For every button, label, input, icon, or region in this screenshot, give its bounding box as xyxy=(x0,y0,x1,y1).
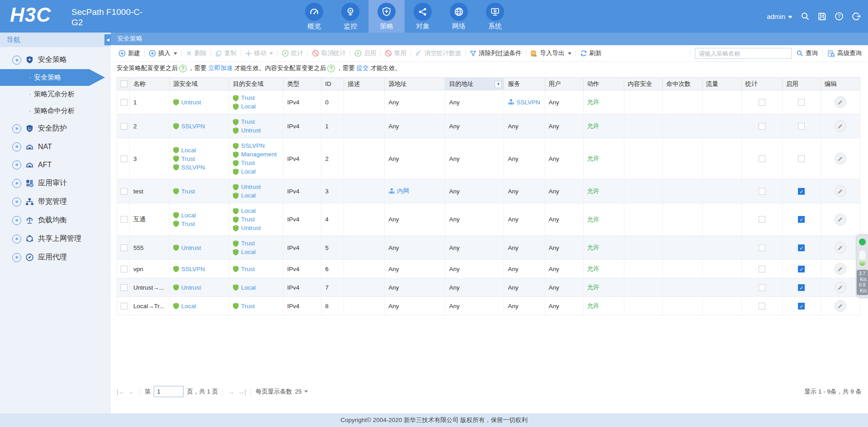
notice-link-立即加速[interactable]: 立即加速 xyxy=(208,64,233,72)
expand-chevron-icon[interactable]: » xyxy=(12,124,21,133)
sidebar-subitem-策略命中分析[interactable]: ·策略命中分析 xyxy=(0,103,111,119)
zone-entry[interactable]: Untrust xyxy=(173,244,225,252)
zone-entry[interactable]: Trust xyxy=(173,155,225,163)
logout-icon[interactable] xyxy=(852,12,861,21)
row-checkbox[interactable] xyxy=(121,155,127,162)
enable-checkbox[interactable]: ✓ xyxy=(798,284,805,291)
advanced-query-button[interactable]: 高级查询 xyxy=(827,49,862,57)
stat-checkbox[interactable] xyxy=(759,99,765,106)
column-header-名称[interactable]: 名称 xyxy=(130,78,170,90)
column-header-源地址[interactable]: 源地址 xyxy=(385,78,445,90)
nav-item-globe[interactable]: 网络 xyxy=(441,0,477,33)
expand-chevron-icon[interactable]: » xyxy=(12,179,21,188)
prev-page-icon[interactable]: ← xyxy=(128,388,135,395)
zone-entry[interactable]: SSLVPN xyxy=(173,265,225,273)
per-page-select[interactable]: 每页显示条数 25 xyxy=(255,388,308,396)
src-address-object[interactable]: 内网 xyxy=(388,187,441,195)
expand-chevron-icon[interactable]: » xyxy=(12,253,21,262)
column-header-服务[interactable]: 服务 xyxy=(504,78,545,90)
row-checkbox[interactable] xyxy=(121,123,127,130)
zone-entry[interactable]: SSLVPN xyxy=(173,122,225,131)
sidebar-subitem-策略冗余分析[interactable]: ·策略冗余分析 xyxy=(0,86,111,103)
nav-item-shield-plus[interactable]: 策略 xyxy=(368,0,405,33)
clear-filter-button[interactable]: 清除列过滤条件 xyxy=(466,49,526,57)
new-button[interactable]: 新建 xyxy=(114,49,144,57)
zone-entry[interactable]: Local xyxy=(233,191,279,200)
column-header-编辑[interactable]: 编辑 xyxy=(821,78,860,90)
enable-checkbox[interactable]: ✓ xyxy=(798,244,805,251)
zone-entry[interactable]: Management xyxy=(233,150,279,159)
edit-button[interactable] xyxy=(835,153,846,164)
stat-checkbox[interactable] xyxy=(759,216,765,223)
tab-security-policy[interactable]: 安全策略 xyxy=(117,35,142,43)
zone-entry[interactable]: Local xyxy=(233,102,279,111)
enable-checkbox[interactable]: ✓ xyxy=(798,266,805,272)
edit-button[interactable] xyxy=(835,120,846,132)
zone-entry[interactable]: Trust xyxy=(233,94,279,102)
search-icon[interactable] xyxy=(801,12,810,21)
sidebar-item-安全策略[interactable]: »安全策略 xyxy=(0,51,111,69)
row-checkbox[interactable] xyxy=(121,266,127,272)
edit-button[interactable] xyxy=(835,185,846,197)
expand-chevron-icon[interactable]: » xyxy=(12,56,21,65)
expand-chevron-icon[interactable]: » xyxy=(12,216,21,225)
row-checkbox[interactable] xyxy=(121,284,127,291)
edit-button[interactable] xyxy=(835,242,846,253)
enable-checkbox[interactable]: ✓ xyxy=(798,303,805,310)
column-header-流量[interactable]: 流量 xyxy=(702,78,741,90)
sidebar-item-共享上网管理[interactable]: »共享上网管理 xyxy=(0,230,111,248)
zone-entry[interactable]: Local xyxy=(173,211,225,220)
zone-entry[interactable]: Local xyxy=(173,146,225,155)
column-header-命中次数[interactable]: 命中次数 xyxy=(662,78,702,90)
column-header-用户[interactable]: 用户 xyxy=(545,78,583,90)
column-header-统计[interactable]: 统计 xyxy=(741,78,782,90)
select-all-checkbox[interactable] xyxy=(121,80,127,87)
edit-button[interactable] xyxy=(835,300,846,312)
edit-button[interactable] xyxy=(835,96,846,108)
nav-item-system[interactable]: 系统 xyxy=(477,0,513,33)
help-icon[interactable]: ? xyxy=(835,12,844,21)
stat-checkbox[interactable] xyxy=(759,155,765,162)
column-header-源安全域[interactable]: 源安全域 xyxy=(170,78,229,90)
question-icon[interactable]: ? xyxy=(327,65,335,72)
nav-item-monitor[interactable]: 监控 xyxy=(332,0,368,33)
row-checkbox[interactable] xyxy=(121,244,127,251)
sidebar-collapse-button[interactable]: ◀ xyxy=(104,34,111,45)
expand-chevron-icon[interactable]: » xyxy=(12,235,21,244)
column-filter-icon[interactable]: ▼ xyxy=(495,81,502,88)
stat-checkbox[interactable] xyxy=(759,244,765,251)
refresh-button[interactable]: 刷新 xyxy=(576,49,606,57)
zone-entry[interactable]: Trust xyxy=(173,187,225,196)
stat-checkbox[interactable] xyxy=(759,303,765,310)
service-object[interactable]: SSLVPN xyxy=(508,99,541,106)
zone-entry[interactable]: Trust xyxy=(233,159,279,167)
sidebar-item-NAT[interactable]: »NAT xyxy=(0,138,111,156)
stat-checkbox[interactable] xyxy=(759,123,765,130)
zone-entry[interactable]: Local xyxy=(233,206,279,215)
column-header-启用[interactable]: 启用 xyxy=(782,78,821,90)
edit-button[interactable] xyxy=(835,263,846,275)
notice-link-提交[interactable]: 提交 xyxy=(357,64,369,72)
sidebar-item-负载均衡[interactable]: »负载均衡 xyxy=(0,211,111,230)
page-number-input[interactable] xyxy=(154,386,184,397)
admin-menu[interactable]: admin xyxy=(767,13,793,20)
enable-checkbox[interactable] xyxy=(798,155,805,162)
zone-entry[interactable]: Trust xyxy=(233,117,279,126)
zone-entry[interactable]: SSLVPN xyxy=(233,141,279,150)
expand-chevron-icon[interactable]: » xyxy=(12,160,21,169)
insert-button[interactable]: 插入 xyxy=(145,49,181,57)
last-page-icon[interactable]: →| xyxy=(237,388,246,395)
expand-chevron-icon[interactable]: » xyxy=(12,197,21,206)
enable-checkbox[interactable]: ✓ xyxy=(798,216,805,223)
zone-entry[interactable]: Trust xyxy=(233,302,279,310)
zone-entry[interactable]: Untrust xyxy=(233,224,279,232)
column-header-目的地址[interactable]: 目的地址▼ xyxy=(445,78,504,90)
sidebar-item-应用审计[interactable]: »应用审计 xyxy=(0,174,111,192)
nav-item-gauge[interactable]: 概览 xyxy=(296,0,332,33)
column-header-动作[interactable]: 动作 xyxy=(583,78,624,90)
zone-entry[interactable]: Trust xyxy=(173,220,225,228)
zone-entry[interactable]: Trust xyxy=(233,239,279,248)
stat-checkbox[interactable] xyxy=(759,188,765,195)
zone-entry[interactable]: Local xyxy=(233,248,279,256)
zone-entry[interactable]: Untrust xyxy=(173,283,225,292)
